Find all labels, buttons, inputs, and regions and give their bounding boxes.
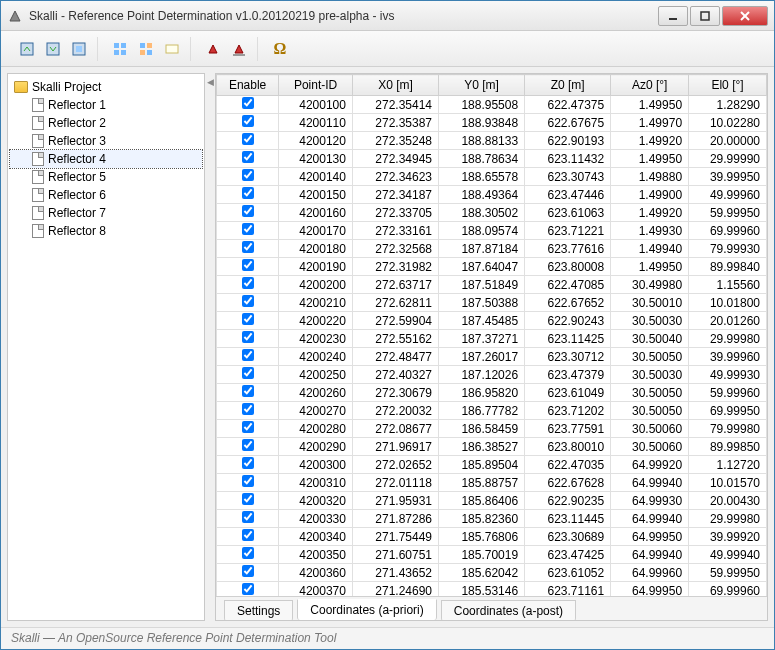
enable-checkbox[interactable] [242, 403, 254, 415]
table-row[interactable]: 4200230272.55162187.37271623.1142530.500… [217, 330, 767, 348]
enable-checkbox[interactable] [242, 115, 254, 127]
enable-checkbox[interactable] [242, 457, 254, 469]
table-row[interactable]: 4200190272.31982187.64047623.800081.4995… [217, 258, 767, 276]
enable-checkbox[interactable] [242, 367, 254, 379]
toolbar-btn-7[interactable] [201, 37, 225, 61]
table-row[interactable]: 4200110272.35387188.93848622.676751.4997… [217, 114, 767, 132]
table-row[interactable]: 4200280272.08677186.58459623.7759130.500… [217, 420, 767, 438]
minimize-button[interactable] [658, 6, 688, 26]
cell-id: 4200110 [279, 114, 353, 132]
table-row[interactable]: 4200240272.48477187.26017623.3071230.500… [217, 348, 767, 366]
cell-id: 4200310 [279, 474, 353, 492]
enable-checkbox[interactable] [242, 187, 254, 199]
tree-item-reflector[interactable]: Reflector 6 [10, 186, 202, 204]
table-row[interactable]: 4200330271.87286185.82360623.1144564.999… [217, 510, 767, 528]
enable-checkbox[interactable] [242, 313, 254, 325]
table-row[interactable]: 4200150272.34187188.49364623.474461.4990… [217, 186, 767, 204]
enable-checkbox[interactable] [242, 205, 254, 217]
table-row[interactable]: 4200130272.34945188.78634623.114321.4995… [217, 150, 767, 168]
table-row[interactable]: 4200300272.02652185.89504622.4703564.999… [217, 456, 767, 474]
enable-checkbox[interactable] [242, 439, 254, 451]
tree-item-reflector[interactable]: Reflector 4 [10, 150, 202, 168]
project-tree[interactable]: Skalli Project Reflector 1Reflector 2Ref… [7, 73, 205, 621]
table-row[interactable]: 4200290271.96917186.38527623.8001030.500… [217, 438, 767, 456]
enable-checkbox[interactable] [242, 223, 254, 235]
tab[interactable]: Coordinates (a-post) [441, 600, 576, 621]
titlebar[interactable]: Skalli - Reference Point Determination v… [1, 1, 774, 31]
tree-item-reflector[interactable]: Reflector 5 [10, 168, 202, 186]
cell-z: 622.90243 [525, 312, 611, 330]
column-header[interactable]: Y0 [m] [439, 75, 525, 96]
enable-checkbox[interactable] [242, 331, 254, 343]
toolbar-btn-6[interactable] [160, 37, 184, 61]
table-row[interactable]: 4200160272.33705188.30502623.610631.4992… [217, 204, 767, 222]
table-row[interactable]: 4200340271.75449185.76806623.3068964.999… [217, 528, 767, 546]
toolbar-btn-1[interactable] [15, 37, 39, 61]
table-row[interactable]: 4200260272.30679186.95820623.6104930.500… [217, 384, 767, 402]
table-row[interactable]: 4200270272.20032186.77782623.7120230.500… [217, 402, 767, 420]
column-header[interactable]: Z0 [m] [525, 75, 611, 96]
tree-item-reflector[interactable]: Reflector 3 [10, 132, 202, 150]
toolbar-btn-8[interactable] [227, 37, 251, 61]
enable-checkbox[interactable] [242, 259, 254, 271]
enable-checkbox[interactable] [242, 565, 254, 577]
cell-az: 1.49970 [611, 114, 689, 132]
enable-checkbox[interactable] [242, 583, 254, 595]
table-row[interactable]: 4200200272.63717187.51849622.4708530.499… [217, 276, 767, 294]
cell-az: 64.99960 [611, 564, 689, 582]
tree-root[interactable]: Skalli Project [10, 78, 202, 96]
omega-button[interactable]: Ω [268, 37, 292, 61]
table-row[interactable]: 4200140272.34623188.65578623.307431.4988… [217, 168, 767, 186]
table-row[interactable]: 4200120272.35248188.88133622.901931.4992… [217, 132, 767, 150]
toolbar-btn-3[interactable] [67, 37, 91, 61]
table-row[interactable]: 4200210272.62811187.50388622.6765230.500… [217, 294, 767, 312]
toolbar-btn-4[interactable] [108, 37, 132, 61]
table-row[interactable]: 4200170272.33161188.09574623.712211.4993… [217, 222, 767, 240]
maximize-button[interactable] [690, 6, 720, 26]
tab[interactable]: Coordinates (a-priori) [297, 599, 436, 620]
column-header[interactable]: El0 [°] [689, 75, 767, 96]
table-row[interactable]: 4200360271.43652185.62042623.6105264.999… [217, 564, 767, 582]
enable-checkbox[interactable] [242, 97, 254, 109]
cell-az: 30.50030 [611, 366, 689, 384]
enable-checkbox[interactable] [242, 385, 254, 397]
enable-checkbox[interactable] [242, 493, 254, 505]
close-button[interactable] [722, 6, 768, 26]
enable-checkbox[interactable] [242, 133, 254, 145]
toolbar-btn-5[interactable] [134, 37, 158, 61]
document-icon [32, 170, 44, 184]
column-header[interactable]: Point-ID [279, 75, 353, 96]
column-header[interactable]: Enable [217, 75, 279, 96]
table-row[interactable]: 4200350271.60751185.70019623.4742564.999… [217, 546, 767, 564]
table-row[interactable]: 4200320271.95931185.86406622.9023564.999… [217, 492, 767, 510]
table-row[interactable]: 4200310272.01118185.88757622.6762864.999… [217, 474, 767, 492]
table-scroll[interactable]: EnablePoint-IDX0 [m]Y0 [m]Z0 [m]Az0 [°]E… [216, 74, 767, 596]
enable-checkbox[interactable] [242, 421, 254, 433]
tree-item-reflector[interactable]: Reflector 8 [10, 222, 202, 240]
enable-checkbox[interactable] [242, 511, 254, 523]
splitter[interactable]: ◀ [207, 73, 213, 621]
enable-checkbox[interactable] [242, 169, 254, 181]
tree-item-reflector[interactable]: Reflector 1 [10, 96, 202, 114]
table-row[interactable]: 4200250272.40327187.12026623.4737930.500… [217, 366, 767, 384]
enable-checkbox[interactable] [242, 529, 254, 541]
table-row[interactable]: 4200220272.59904187.45485622.9024330.500… [217, 312, 767, 330]
tab[interactable]: Settings [224, 600, 293, 621]
enable-checkbox[interactable] [242, 349, 254, 361]
cell-z: 622.90235 [525, 492, 611, 510]
tree-item-reflector[interactable]: Reflector 2 [10, 114, 202, 132]
cell-id: 4200180 [279, 240, 353, 258]
column-header[interactable]: Az0 [°] [611, 75, 689, 96]
enable-checkbox[interactable] [242, 547, 254, 559]
table-row[interactable]: 4200180272.32568187.87184623.776161.4994… [217, 240, 767, 258]
enable-checkbox[interactable] [242, 277, 254, 289]
column-header[interactable]: X0 [m] [352, 75, 438, 96]
table-row[interactable]: 4200370271.24690185.53146623.7116164.999… [217, 582, 767, 597]
tree-item-reflector[interactable]: Reflector 7 [10, 204, 202, 222]
enable-checkbox[interactable] [242, 475, 254, 487]
enable-checkbox[interactable] [242, 295, 254, 307]
enable-checkbox[interactable] [242, 151, 254, 163]
enable-checkbox[interactable] [242, 241, 254, 253]
toolbar-btn-2[interactable] [41, 37, 65, 61]
table-row[interactable]: 4200100272.35414188.95508622.473751.4995… [217, 96, 767, 114]
